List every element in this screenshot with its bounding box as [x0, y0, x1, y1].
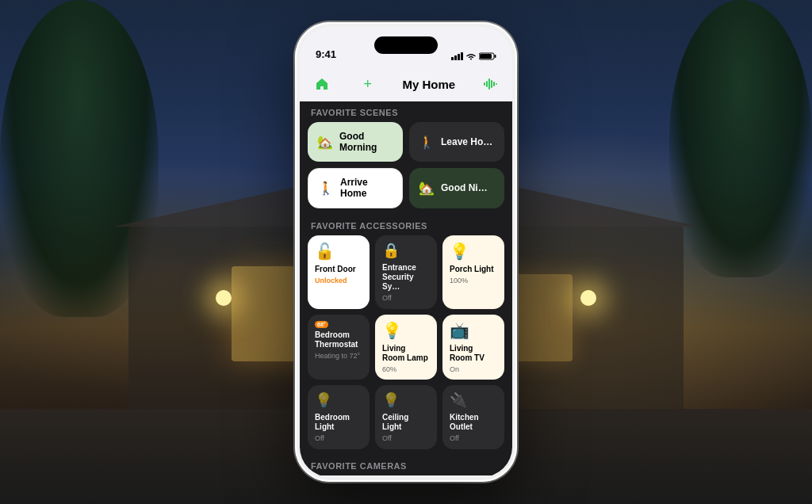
svg-rect-8 — [486, 81, 488, 87]
svg-rect-10 — [491, 80, 492, 88]
accessory-porch-light[interactable]: 💡 Porch Light 100% — [442, 235, 504, 309]
wifi-icon — [466, 53, 476, 60]
phone: 9:41 — [295, 22, 517, 482]
front-door-icon: 🔓 — [315, 242, 362, 261]
siri-nav-icon[interactable] — [479, 73, 501, 95]
living-room-lamp-status: 60% — [382, 365, 430, 374]
light-left — [216, 290, 232, 306]
scenes-section-header: Favorite Scenes — [308, 101, 504, 122]
status-icons — [451, 52, 496, 60]
living-room-lamp-name: Living Room Lamp — [382, 344, 430, 363]
living-room-lamp-icon: 💡 — [382, 321, 430, 340]
home-icon — [315, 77, 329, 91]
thermostat-status: Heating to 72° — [315, 352, 362, 361]
nav-title: My Home — [403, 78, 456, 91]
accessory-bedroom-thermostat[interactable]: 68° Bedroom Thermostat Heating to 72° — [308, 315, 370, 380]
cameras-section-header: Favorite Cameras — [308, 455, 504, 475]
porch-light-icon: 💡 — [450, 242, 497, 261]
dynamic-island — [374, 36, 438, 54]
entrance-security-status: Off — [382, 294, 430, 303]
svg-rect-7 — [484, 82, 485, 86]
kitchen-outlet-status: Off — [450, 434, 497, 443]
svg-rect-11 — [493, 82, 495, 86]
scroll-content[interactable]: Favorite Scenes 🏡 Good Morning 🚶 Leave H… — [300, 101, 512, 475]
scene-leave-home[interactable]: 🚶 Leave Ho… — [409, 122, 504, 162]
front-door-name: Front Door — [315, 265, 362, 274]
scene-arrive-home[interactable]: 🚶 Arrive Home — [308, 168, 403, 208]
ceiling-light-status: Off — [382, 434, 430, 443]
kitchen-outlet-icon: 🔌 — [450, 391, 497, 409]
bedroom-light-name: Bedroom Light — [315, 413, 362, 432]
living-room-tv-icon: 📺 — [450, 321, 497, 340]
home-nav-icon[interactable] — [311, 73, 333, 95]
entrance-security-icon: 🔒 — [382, 242, 430, 259]
scene-good-night-icon: 🏡 — [419, 181, 435, 196]
svg-rect-5 — [495, 55, 496, 58]
living-room-tv-status: On — [450, 365, 497, 374]
app-content: + My Home — [300, 67, 512, 477]
scene-good-morning-label: Good Morning — [339, 131, 393, 154]
scene-arrive-home-icon: 🚶 — [318, 181, 334, 196]
scene-good-morning[interactable]: 🏡 Good Morning — [308, 122, 403, 162]
accessory-living-room-lamp[interactable]: 💡 Living Room Lamp 60% — [375, 315, 437, 380]
svg-rect-3 — [461, 52, 463, 60]
accessory-entrance-security[interactable]: 🔒 Entrance Security Sy… Off — [375, 235, 437, 309]
porch-light-status: 100% — [450, 277, 497, 285]
add-nav-button[interactable]: + — [357, 73, 379, 95]
status-time: 9:41 — [316, 48, 336, 60]
scene-leave-home-icon: 🚶 — [419, 135, 435, 150]
phone-inner: 9:41 — [300, 27, 512, 477]
svg-rect-9 — [488, 78, 490, 90]
scene-good-night-label: Good Ni… — [441, 182, 488, 193]
porch-light-name: Porch Light — [450, 265, 497, 274]
svg-rect-12 — [496, 83, 497, 85]
phone-wrapper: 9:41 — [295, 22, 517, 482]
battery-icon — [479, 52, 496, 60]
scene-good-night[interactable]: 🏡 Good Ni… — [409, 168, 504, 208]
accessories-section-header: Favorite Accessories — [308, 215, 504, 235]
accessories-grid: 🔓 Front Door Unlocked 🔒 Entrance Securit… — [308, 235, 504, 449]
accessory-kitchen-outlet[interactable]: 🔌 Kitchen Outlet Off — [442, 385, 504, 449]
bedroom-light-status: Off — [315, 434, 362, 443]
bedroom-light-icon: 💡 — [315, 391, 362, 409]
svg-rect-1 — [454, 55, 457, 60]
siri-icon — [483, 78, 497, 90]
living-room-tv-name: Living Room TV — [450, 344, 497, 363]
light-right — [580, 290, 596, 306]
kitchen-outlet-name: Kitchen Outlet — [450, 413, 497, 432]
svg-rect-6 — [480, 54, 492, 59]
scene-arrive-home-label: Arrive Home — [340, 177, 393, 200]
scene-good-morning-icon: 🏡 — [317, 135, 333, 150]
svg-rect-2 — [458, 54, 460, 60]
thermostat-temp-badge: 68° — [315, 321, 328, 328]
svg-rect-0 — [451, 57, 454, 60]
accessory-bedroom-light[interactable]: 💡 Bedroom Light Off — [308, 385, 370, 449]
front-door-status: Unlocked — [315, 277, 362, 285]
signal-icon — [451, 52, 463, 60]
scenes-grid: 🏡 Good Morning 🚶 Leave Ho… 🚶 Arrive Home — [308, 122, 504, 208]
tree-right — [669, 0, 812, 277]
nav-bar: + My Home — [300, 67, 512, 101]
accessory-front-door[interactable]: 🔓 Front Door Unlocked — [308, 235, 370, 309]
thermostat-icon-wrapper: 68° — [315, 321, 362, 328]
entrance-security-name: Entrance Security Sy… — [382, 263, 430, 292]
scene-leave-home-label: Leave Ho… — [441, 136, 492, 147]
accessory-ceiling-light[interactable]: 💡 Ceiling Light Off — [375, 385, 437, 449]
ceiling-light-name: Ceiling Light — [382, 413, 430, 432]
accessory-living-room-tv[interactable]: 📺 Living Room TV On — [442, 315, 504, 380]
ceiling-light-icon: 💡 — [382, 391, 430, 409]
thermostat-name: Bedroom Thermostat — [315, 330, 362, 349]
